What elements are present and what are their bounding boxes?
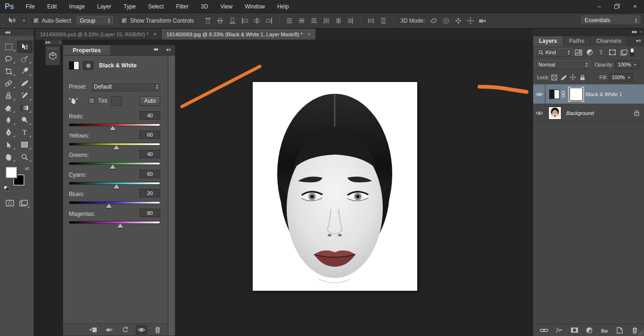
tab-channels[interactable]: Channels xyxy=(590,36,627,46)
collapsed-panel-dock[interactable] xyxy=(45,46,60,66)
menu-layer[interactable]: Layer xyxy=(91,0,117,13)
quick-selection-tool[interactable] xyxy=(17,53,33,65)
tint-color-swatch[interactable] xyxy=(111,96,122,106)
tint-checkbox[interactable] xyxy=(89,98,95,104)
menu-file[interactable]: File xyxy=(20,0,41,13)
delete-adjustment-icon[interactable] xyxy=(152,325,163,335)
close-button[interactable]: × xyxy=(626,0,644,12)
slider-track[interactable] xyxy=(69,182,160,185)
spot-healing-brush-tool[interactable] xyxy=(1,77,17,90)
filter-shape-layers-icon[interactable] xyxy=(607,48,618,57)
layer-mask-thumbnail[interactable] xyxy=(570,88,583,101)
slider-track[interactable] xyxy=(69,221,160,224)
distribute-right-edges-icon[interactable] xyxy=(346,16,356,26)
targeted-adjustment-icon[interactable] xyxy=(69,96,78,106)
menu-view[interactable]: View xyxy=(214,0,239,13)
slider-thumb[interactable] xyxy=(114,145,119,149)
quick-mask-mode-button[interactable] xyxy=(3,197,17,209)
hand-tool[interactable] xyxy=(1,151,17,163)
slider-value-input[interactable]: 60 xyxy=(140,131,160,139)
rectangular-marquee-tool[interactable] xyxy=(1,41,17,53)
align-top-edges-icon[interactable] xyxy=(203,16,213,26)
toggle-visibility-icon[interactable] xyxy=(136,325,147,335)
dodge-tool[interactable] xyxy=(17,114,33,126)
history-brush-tool[interactable] xyxy=(17,90,33,102)
new-adjustment-layer-icon[interactable] xyxy=(584,326,595,335)
dropdown-arrow-icon[interactable]: ▼ xyxy=(634,63,637,66)
eyedropper-tool[interactable] xyxy=(17,65,33,77)
new-group-icon[interactable] xyxy=(599,326,610,335)
slider-value-input[interactable]: 40 xyxy=(140,111,160,120)
collapse-dock-icon[interactable]: ▶▶ xyxy=(632,30,637,34)
close-dock-icon[interactable]: × xyxy=(59,40,61,45)
panel-menu-icon[interactable]: ▾≡ xyxy=(166,47,171,52)
filter-smart-objects-icon[interactable] xyxy=(618,48,629,57)
distribute-vertical-centers-icon[interactable] xyxy=(297,16,307,26)
show-transform-controls-checkbox[interactable]: ✓ xyxy=(121,17,127,24)
filter-type-layers-icon[interactable]: T xyxy=(595,48,607,57)
panel-gripper[interactable] xyxy=(10,38,24,40)
workspace-switcher-dropdown[interactable]: Essentials ▴▾ xyxy=(581,16,640,25)
menu-image[interactable]: Image xyxy=(63,0,91,13)
pen-tool[interactable] xyxy=(1,126,17,139)
tab-properties[interactable]: Properties xyxy=(63,45,110,56)
slider-track[interactable] xyxy=(69,123,160,126)
distribute-heights-icon[interactable] xyxy=(378,16,388,26)
path-selection-tool[interactable] xyxy=(1,139,17,151)
tool-preset-dropdown-arrow[interactable]: ▾ xyxy=(23,19,25,22)
opacity-input[interactable]: 100%▼ xyxy=(615,60,639,69)
auto-select-target-dropdown[interactable]: Group ▴▾ xyxy=(76,16,113,25)
properties-scrollbar[interactable] xyxy=(168,55,175,336)
align-vertical-centers-icon[interactable] xyxy=(215,16,225,26)
slider-value-input[interactable]: 60 xyxy=(140,170,160,178)
options-bar-gripper[interactable] xyxy=(1,15,4,27)
panel-menu-icon[interactable]: ▾≡ xyxy=(636,38,641,43)
menu-3d[interactable]: 3D xyxy=(195,0,214,13)
align-left-edges-icon[interactable] xyxy=(239,16,250,26)
document-tab-2[interactable]: 161450069.jpg @ 8.33% (Black & White 1, … xyxy=(162,29,316,40)
gradient-tool[interactable] xyxy=(17,102,33,114)
adjustment-layer-thumbnail[interactable] xyxy=(549,90,560,99)
slider-thumb[interactable] xyxy=(110,126,116,130)
add-layer-mask-icon[interactable] xyxy=(569,326,580,335)
screen-mode-button[interactable] xyxy=(17,197,31,209)
collapse-toolbar-icon[interactable]: ◀◀ xyxy=(0,29,33,36)
distribute-widths-icon[interactable] xyxy=(366,16,376,26)
auto-select-checkbox[interactable]: ✓ xyxy=(33,17,39,24)
lock-pixels-icon[interactable] xyxy=(559,73,568,82)
tab-close-icon[interactable]: × xyxy=(307,31,311,38)
eraser-tool[interactable] xyxy=(1,102,17,114)
3d-roll-icon[interactable] xyxy=(441,16,451,26)
layer-row-black-white-1[interactable]: Black & White 1 xyxy=(533,84,644,104)
crop-tool[interactable] xyxy=(1,65,17,77)
rectangle-tool[interactable] xyxy=(17,139,33,151)
resize-grip[interactable] xyxy=(638,330,644,336)
minimize-button[interactable]: – xyxy=(590,0,608,12)
filtering-toggle[interactable] xyxy=(630,48,634,57)
swap-colors-icon[interactable]: ⇄ xyxy=(25,166,29,171)
layer-visibility-toggle[interactable] xyxy=(533,104,545,122)
auto-button[interactable]: Auto xyxy=(140,96,160,106)
mini-dock-titlebar[interactable]: ▶▶ × xyxy=(44,40,62,45)
layer-row-background[interactable]: Background xyxy=(533,104,644,122)
zoom-tool[interactable] xyxy=(17,151,33,163)
align-right-edges-icon[interactable] xyxy=(264,16,274,26)
distribute-bottom-edges-icon[interactable] xyxy=(309,16,319,26)
document-tab-1[interactable]: 161450069.psd @ 8.33% (Layer 15, RGB/8#)… xyxy=(35,29,162,40)
slider-value-input[interactable]: 20 xyxy=(140,189,160,197)
slider-value-input[interactable]: 40 xyxy=(140,150,160,158)
default-colors-icon[interactable] xyxy=(4,186,10,191)
expand-dock-icon[interactable]: ▶▶ xyxy=(46,40,51,45)
collapse-panel-icon[interactable]: ◀◀ xyxy=(153,47,157,51)
mask-link-icon[interactable] xyxy=(561,90,565,98)
canvas-document-image[interactable] xyxy=(253,82,417,291)
layer-name[interactable]: Background xyxy=(566,110,594,116)
slider-thumb[interactable] xyxy=(106,204,112,208)
layer-name[interactable]: Black & White 1 xyxy=(586,91,622,97)
slider-thumb[interactable] xyxy=(114,184,119,188)
smudge-tool[interactable] xyxy=(1,114,17,126)
dropdown-arrow-icon[interactable]: ▼ xyxy=(627,76,631,79)
slider-value-input[interactable]: 80 xyxy=(140,209,160,217)
fill-input[interactable]: 100%▼ xyxy=(609,73,633,82)
dock-menu-icon[interactable]: ▪ xyxy=(640,30,641,34)
